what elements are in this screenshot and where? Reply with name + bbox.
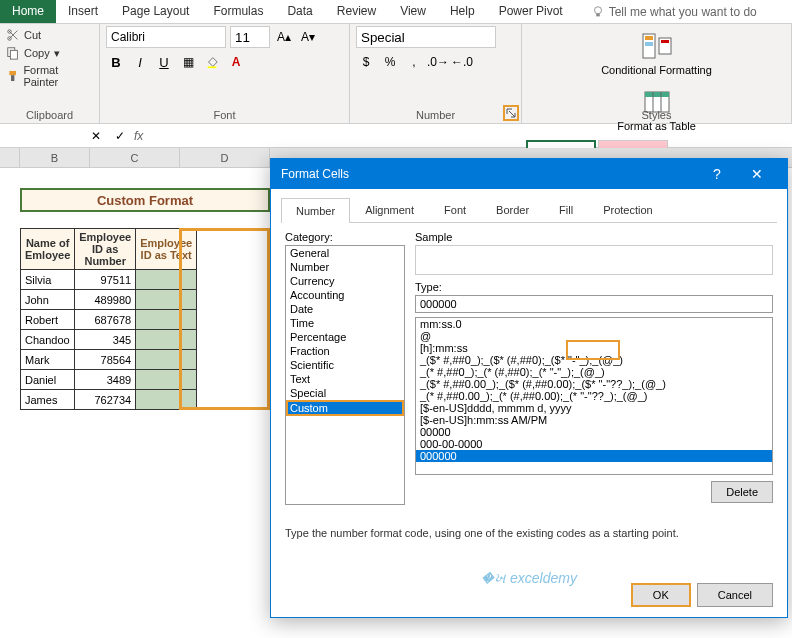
dlg-tab-font[interactable]: Font bbox=[429, 197, 481, 222]
format-item[interactable]: [$-en-US]dddd, mmmm d, yyyy bbox=[416, 402, 772, 414]
cell[interactable]: Silvia bbox=[21, 270, 75, 290]
format-item[interactable]: mm:ss.0 bbox=[416, 318, 772, 330]
fx-button[interactable]: fx bbox=[134, 129, 143, 143]
select-all[interactable] bbox=[0, 148, 20, 167]
tab-help[interactable]: Help bbox=[438, 0, 487, 23]
format-item[interactable]: 00000 bbox=[416, 426, 772, 438]
cell[interactable]: 762734 bbox=[75, 390, 136, 410]
dlg-tab-protection[interactable]: Protection bbox=[588, 197, 668, 222]
category-list[interactable]: GeneralNumberCurrencyAccountingDateTimeP… bbox=[285, 245, 405, 505]
help-button[interactable]: ? bbox=[697, 166, 737, 182]
category-item[interactable]: Scientific bbox=[286, 358, 404, 372]
cell[interactable] bbox=[136, 350, 197, 370]
enter-formula-button[interactable]: ✓ bbox=[110, 126, 130, 146]
format-list[interactable]: mm:ss.0@[h]:mm:ss_($* #,##0_);_($* (#,##… bbox=[415, 317, 773, 475]
format-item[interactable]: _($* #,##0.00_);_($* (#,##0.00);_($* "-"… bbox=[416, 378, 772, 390]
tab-view[interactable]: View bbox=[388, 0, 438, 23]
category-item[interactable]: Date bbox=[286, 302, 404, 316]
increase-decimal-button[interactable]: .0→ bbox=[428, 52, 448, 72]
dlg-tab-fill[interactable]: Fill bbox=[544, 197, 588, 222]
delete-button[interactable]: Delete bbox=[711, 481, 773, 503]
currency-button[interactable]: $ bbox=[356, 52, 376, 72]
cell[interactable]: 78564 bbox=[75, 350, 136, 370]
decrease-decimal-button[interactable]: ←.0 bbox=[452, 52, 472, 72]
category-item[interactable]: Time bbox=[286, 316, 404, 330]
font-size-select[interactable] bbox=[230, 26, 270, 48]
tab-formulas[interactable]: Formulas bbox=[201, 0, 275, 23]
format-item[interactable]: 000000 bbox=[416, 450, 772, 462]
header-id-number[interactable]: Employee ID as Number bbox=[75, 229, 136, 270]
format-item[interactable]: [h]:mm:ss bbox=[416, 342, 772, 354]
title-cell[interactable]: Custom Format bbox=[20, 188, 270, 212]
category-item[interactable]: Text bbox=[286, 372, 404, 386]
tab-page-layout[interactable]: Page Layout bbox=[110, 0, 201, 23]
close-button[interactable]: ✕ bbox=[737, 166, 777, 182]
number-format-select[interactable] bbox=[356, 26, 496, 48]
category-item[interactable]: Accounting bbox=[286, 288, 404, 302]
conditional-formatting-button[interactable]: Conditional Formatting bbox=[526, 28, 787, 78]
percent-button[interactable]: % bbox=[380, 52, 400, 72]
category-item[interactable]: Number bbox=[286, 260, 404, 274]
font-name-select[interactable] bbox=[106, 26, 226, 48]
cell[interactable]: 345 bbox=[75, 330, 136, 350]
col-header-b[interactable]: B bbox=[20, 148, 90, 167]
cell[interactable] bbox=[136, 370, 197, 390]
header-name[interactable]: Name of Emloyee bbox=[21, 229, 75, 270]
dlg-tab-border[interactable]: Border bbox=[481, 197, 544, 222]
tab-home[interactable]: Home bbox=[0, 0, 56, 23]
header-id-text[interactable]: Employee ID as Text bbox=[136, 229, 197, 270]
cell[interactable]: Chandoo bbox=[21, 330, 75, 350]
italic-button[interactable]: I bbox=[130, 52, 150, 72]
cut-button[interactable]: Cut bbox=[6, 26, 93, 44]
increase-font-button[interactable]: A▴ bbox=[274, 27, 294, 47]
dlg-tab-number[interactable]: Number bbox=[281, 198, 350, 223]
border-button[interactable]: ▦ bbox=[178, 52, 198, 72]
dlg-tab-alignment[interactable]: Alignment bbox=[350, 197, 429, 222]
col-header-d[interactable]: D bbox=[180, 148, 270, 167]
decrease-font-button[interactable]: A▾ bbox=[298, 27, 318, 47]
format-item[interactable]: [$-en-US]h:mm:ss AM/PM bbox=[416, 414, 772, 426]
cell[interactable]: 687678 bbox=[75, 310, 136, 330]
cell[interactable]: 489980 bbox=[75, 290, 136, 310]
font-color-button[interactable]: A bbox=[226, 52, 246, 72]
category-item[interactable]: Percentage bbox=[286, 330, 404, 344]
cell[interactable]: Daniel bbox=[21, 370, 75, 390]
col-header-c[interactable]: C bbox=[90, 148, 180, 167]
category-item[interactable]: Special bbox=[286, 386, 404, 400]
ok-button[interactable]: OK bbox=[631, 583, 691, 607]
cell[interactable] bbox=[136, 270, 197, 290]
format-item[interactable]: _($* #,##0_);_($* (#,##0);_($* "-"_);_(@… bbox=[416, 354, 772, 366]
cell[interactable] bbox=[136, 330, 197, 350]
format-item[interactable]: _(* #,##0_);_(* (#,##0);_(* "-"_);_(@_) bbox=[416, 366, 772, 378]
tab-power-pivot[interactable]: Power Pivot bbox=[487, 0, 575, 23]
format-painter-button[interactable]: Format Painter bbox=[6, 62, 93, 90]
cell[interactable]: 97511 bbox=[75, 270, 136, 290]
cell[interactable]: John bbox=[21, 290, 75, 310]
cell[interactable] bbox=[136, 310, 197, 330]
category-item[interactable]: Fraction bbox=[286, 344, 404, 358]
cell[interactable]: Robert bbox=[21, 310, 75, 330]
tell-me-search[interactable]: Tell me what you want to do bbox=[583, 0, 765, 23]
cell[interactable]: James bbox=[21, 390, 75, 410]
cell[interactable]: Mark bbox=[21, 350, 75, 370]
underline-button[interactable]: U bbox=[154, 52, 174, 72]
bold-button[interactable]: B bbox=[106, 52, 126, 72]
cell[interactable]: 3489 bbox=[75, 370, 136, 390]
cancel-button[interactable]: Cancel bbox=[697, 583, 773, 607]
category-item[interactable]: General bbox=[286, 246, 404, 260]
category-item[interactable]: Currency bbox=[286, 274, 404, 288]
format-item[interactable]: 000-00-0000 bbox=[416, 438, 772, 450]
fill-color-button[interactable] bbox=[202, 52, 222, 72]
copy-button[interactable]: Copy ▾ bbox=[6, 44, 93, 62]
format-item[interactable]: _(* #,##0.00_);_(* (#,##0.00);_(* "-"??_… bbox=[416, 390, 772, 402]
category-item[interactable]: Custom bbox=[286, 400, 404, 416]
tab-review[interactable]: Review bbox=[325, 0, 388, 23]
format-item[interactable]: @ bbox=[416, 330, 772, 342]
type-input[interactable] bbox=[415, 295, 773, 313]
comma-button[interactable]: , bbox=[404, 52, 424, 72]
cell[interactable] bbox=[136, 390, 197, 410]
cancel-formula-button[interactable]: ✕ bbox=[86, 126, 106, 146]
number-dialog-launcher[interactable] bbox=[503, 105, 519, 121]
tab-insert[interactable]: Insert bbox=[56, 0, 110, 23]
dialog-titlebar[interactable]: Format Cells ? ✕ bbox=[271, 159, 787, 189]
